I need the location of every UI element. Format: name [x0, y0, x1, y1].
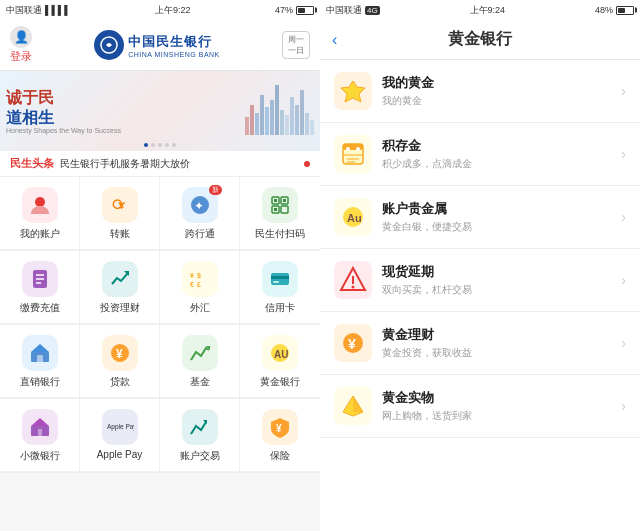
svg-text:£: £ [197, 281, 201, 288]
gold-item-my-gold[interactable]: 我的黄金 我的黄金 › [320, 60, 640, 123]
banner-dot-4 [165, 143, 169, 147]
menu-item-cross-bank[interactable]: ✦ 新 跨行通 [160, 177, 240, 250]
bank-name-cn: 中国民生银行 [128, 33, 220, 51]
banner-city [127, 85, 314, 137]
menu-item-credit-card[interactable]: 信用卡 [240, 251, 320, 324]
spot-delay-text: 现货延期 双向买卖，杠杆交易 [382, 263, 621, 297]
menu-item-account-trade[interactable]: 账户交易 [160, 399, 240, 472]
login-button[interactable]: 👤 登录 [10, 26, 32, 64]
my-gold-icon [334, 72, 372, 110]
menu-item-direct-bank[interactable]: 直销银行 [0, 325, 80, 398]
menu-item-invest[interactable]: 投资理财 [80, 251, 160, 324]
menu-item-my-account[interactable]: 我的账户 [0, 177, 80, 250]
right-header: ‹ 黄金银行 [320, 20, 640, 60]
calendar-bottom: 一日 [288, 45, 304, 56]
gold-item-accumulate[interactable]: 积存金 积少成多，点滴成金 › [320, 123, 640, 186]
menu-row-2: 缴费充值 投资理财 ¥ $ € £ 外汇 [0, 251, 320, 325]
loan-icon: ¥ [102, 335, 138, 371]
menu-item-scan-pay[interactable]: 民生付扫码 [240, 177, 320, 250]
right-battery-pct: 48% [595, 5, 613, 15]
svg-rect-9 [281, 206, 288, 213]
menu-item-micro-bank[interactable]: 小微银行 [0, 399, 80, 472]
menu-item-forex[interactable]: ¥ $ € £ 外汇 [160, 251, 240, 324]
spot-delay-title: 现货延期 [382, 263, 621, 281]
menu-row-1: 我的账户 ⟳ ¥ 转账 ✦ 新 跨行通 [0, 177, 320, 251]
gold-physical-icon [334, 387, 372, 425]
banner-content: 诚于民 道相生 Honesty Shapes the Way to Succes… [0, 71, 320, 151]
precious-metal-icon: Au [334, 198, 372, 236]
gold-finance-text: 黄金理财 黄金投资，获取收益 [382, 326, 621, 360]
accumulate-sub: 积少成多，点滴成金 [382, 157, 621, 171]
svg-text:€: € [190, 281, 194, 288]
right-status-left: 中国联通 4G [326, 4, 380, 17]
svg-text:✦: ✦ [194, 199, 204, 213]
menu-item-fund[interactable]: 基金 [160, 325, 240, 398]
right-status-bar: 中国联通 4G 上午9:24 48% [320, 0, 640, 20]
menu-item-loan[interactable]: ¥ 贷款 [80, 325, 160, 398]
left-carrier: 中国联通 [6, 4, 42, 17]
left-panel: 中国联通 ▌▌▌▌ 上午9:22 47% 👤 登录 中国民生银行 [0, 0, 320, 531]
left-time: 上午9:22 [155, 4, 191, 17]
banner-text-block: 诚于民 道相生 Honesty Shapes the Way to Succes… [6, 88, 121, 133]
left-battery-icon [296, 6, 314, 15]
fund-icon [182, 335, 218, 371]
bank-svg-icon [99, 35, 119, 55]
gold-physical-title: 黄金实物 [382, 389, 621, 407]
menu-label-insurance: 保险 [270, 449, 290, 463]
back-button[interactable]: ‹ [332, 31, 337, 49]
svg-rect-40 [343, 144, 363, 150]
scan-pay-icon [262, 187, 298, 223]
gold-item-gold-finance[interactable]: ¥ 黄金理财 黄金投资，获取收益 › [320, 312, 640, 375]
my-gold-text: 我的黄金 我的黄金 [382, 74, 621, 108]
my-gold-chevron: › [621, 83, 626, 99]
right-network: 4G [365, 6, 380, 15]
svg-point-1 [35, 197, 45, 207]
bank-logo-icon [94, 30, 124, 60]
gold-physical-text: 黄金实物 网上购物，送货到家 [382, 389, 621, 423]
banner-dot-3 [158, 143, 162, 147]
menu-row-3: 直销银行 ¥ 贷款 基金 A [0, 325, 320, 399]
news-bar[interactable]: 民生头条 民生银行手机服务暑期大放价 [0, 151, 320, 177]
banner[interactable]: 诚于民 道相生 Honesty Shapes the Way to Succes… [0, 71, 320, 151]
menu-label-bill-pay: 缴费充值 [20, 301, 60, 315]
svg-rect-10 [274, 199, 277, 202]
menu-label-cross-bank: 跨行通 [185, 227, 215, 241]
left-signal: ▌▌▌▌ [45, 5, 71, 15]
micro-bank-icon [22, 409, 58, 445]
banner-dots [144, 143, 176, 147]
gold-finance-chevron: › [621, 335, 626, 351]
gold-finance-sub: 黄金投资，获取收益 [382, 346, 621, 360]
forex-icon: ¥ $ € £ [182, 261, 218, 297]
menu-label-micro-bank: 小微银行 [20, 449, 60, 463]
menu-row-4: 小微银行 Apple Pay Apple Pay 账户交易 [0, 399, 320, 473]
credit-card-icon [262, 261, 298, 297]
my-gold-sub: 我的黄金 [382, 94, 621, 108]
my-account-icon [22, 187, 58, 223]
svg-rect-23 [271, 276, 289, 279]
menu-label-transfer: 转账 [110, 227, 130, 241]
menu-item-transfer[interactable]: ⟳ ¥ 转账 [80, 177, 160, 250]
news-dot [304, 161, 310, 167]
menu-item-bill-pay[interactable]: 缴费充值 [0, 251, 80, 324]
gold-bank-icon: AU [262, 335, 298, 371]
svg-text:¥: ¥ [116, 347, 123, 361]
gold-item-precious-metal[interactable]: Au 账户贵金属 黄金白银，便捷交易 › [320, 186, 640, 249]
svg-text:$: $ [197, 272, 201, 280]
menu-item-insurance[interactable]: ¥ 保险 [240, 399, 320, 472]
menu-item-gold-bank[interactable]: AU 黄金银行 [240, 325, 320, 398]
menu-label-scan-pay: 民生付扫码 [255, 227, 305, 241]
gold-item-spot-delay[interactable]: 现货延期 双向买卖，杠杆交易 › [320, 249, 640, 312]
calendar-widget[interactable]: 周一 一日 [282, 31, 310, 59]
precious-metal-title: 账户贵金属 [382, 200, 621, 218]
banner-dot-2 [151, 143, 155, 147]
transfer-icon: ⟳ ¥ [102, 187, 138, 223]
gold-finance-icon: ¥ [334, 324, 372, 362]
left-status-right: 47% [275, 5, 314, 15]
gold-physical-chevron: › [621, 398, 626, 414]
menu-label-fund: 基金 [190, 375, 210, 389]
menu-item-apple-pay[interactable]: Apple Pay Apple Pay [80, 399, 160, 472]
bank-logo: 中国民生银行 CHINA MINSHENG BANK [94, 30, 220, 60]
gold-item-gold-physical[interactable]: 黄金实物 网上购物，送货到家 › [320, 375, 640, 438]
svg-marker-34 [31, 418, 49, 426]
right-status-right: 48% [595, 5, 634, 15]
